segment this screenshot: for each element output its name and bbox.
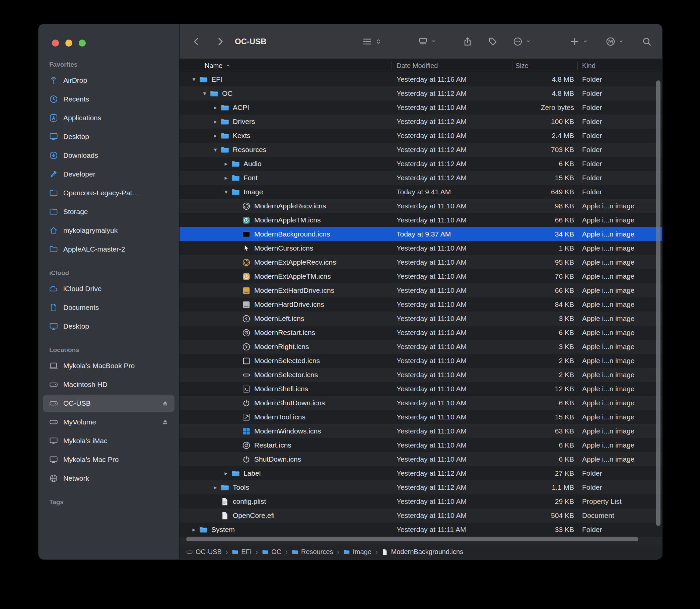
sidebar-section-label: Tags [38,497,179,507]
disclosure-open-icon[interactable]: ▾ [222,188,230,196]
sidebar-item-opencore-legacy-pat[interactable]: Opencore-Legacy-Pat... [43,184,175,202]
disclosure-closed-icon[interactable]: ▸ [222,470,230,477]
sidebar-item-recents[interactable]: Recents [43,90,175,108]
column-header-date-modified[interactable]: Date Modified [397,62,438,69]
disclosure-closed-icon[interactable]: ▸ [211,484,220,491]
table-row[interactable]: ModernShutDown.icnsYesterday at 11:10 AM… [179,396,662,410]
sidebar-item-storage[interactable]: Storage [43,203,175,221]
sidebar-item-macintosh-hd[interactable]: Macintosh HD [43,376,175,393]
forward-button[interactable] [215,36,225,47]
sidebar-item-icloud-drive[interactable]: iCloud Drive [43,280,175,297]
size-cell: 2 KB [491,371,574,379]
table-row[interactable]: ▾ImageToday at 9:41 AM649 KBFolder [179,185,662,199]
column-header-name[interactable]: Name [205,62,231,69]
eject-icon[interactable] [161,418,169,426]
table-row[interactable]: ▸AudioYesterday at 11:12 AM6 KBFolder [179,157,662,171]
table-row[interactable]: ▸FontYesterday at 11:12 AM15 KBFolder [179,171,662,185]
sidebar-item-desktop[interactable]: Desktop [43,317,175,335]
sidebar-item-mykola-s-imac[interactable]: Mykola’s iMac [43,432,175,450]
table-row[interactable]: ▾ResourcesYesterday at 11:12 AM703 KBFol… [179,143,662,157]
sidebar-item-oc-usb[interactable]: OC-USB [43,395,175,412]
table-row[interactable]: ModernSelector.icnsYesterday at 11:10 AM… [179,368,662,382]
table-row[interactable]: ▸ACPIYesterday at 11:10 AMZero bytesFold… [179,101,662,115]
sidebar-item-downloads[interactable]: Downloads [43,147,175,164]
table-row[interactable]: ModernRight.icnsYesterday at 11:10 AM3 K… [179,340,662,354]
sidebar-item-mykolagrymalyuk[interactable]: mykolagrymalyuk [43,222,175,239]
search-button[interactable] [642,36,652,47]
disclosure-open-icon[interactable]: ▾ [211,146,220,153]
disclosure-closed-icon[interactable]: ▸ [190,526,198,533]
sidebar-item-label: Downloads [63,152,98,159]
folder-sb-icon [48,188,59,198]
disclosure-closed-icon[interactable]: ▸ [222,174,230,181]
table-row[interactable]: ModernBackground.icnsToday at 9:37 AM34 … [179,227,662,241]
sidebar-item-developer[interactable]: Developer [43,166,175,183]
path-item-resources[interactable]: Resources [292,548,333,556]
table-row[interactable]: ▾EFIYesterday at 11:16 AM4.8 MBFolder [179,72,662,86]
table-row[interactable]: Restart.icnsYesterday at 11:10 AM6 KBApp… [179,438,662,452]
disclosure-open-icon[interactable]: ▾ [190,76,198,83]
sidebar-item-applealc-master-2[interactable]: AppleALC-master-2 [43,241,175,258]
table-row[interactable]: ModernExtAppleRecv.icnsYesterday at 11:1… [179,255,662,269]
disclosure-closed-icon[interactable]: ▸ [211,104,220,111]
column-header-kind[interactable]: Kind [582,62,595,69]
column-header-size[interactable]: Size [515,62,528,69]
new-item-button[interactable] [570,36,588,47]
size-cell: 98 KB [491,202,574,210]
horizontal-scrollbar[interactable] [186,537,638,541]
table-row[interactable]: ShutDown.icnsYesterday at 11:10 AM6 KBAp… [179,452,662,466]
table-row[interactable]: ModernLeft.icnsYesterday at 11:10 AM3 KB… [179,312,662,326]
table-row[interactable]: ▸LabelYesterday at 11:12 AM27 KBFolder [179,466,662,480]
group-options-button[interactable] [418,36,436,47]
table-row[interactable]: ModernRestart.icnsYesterday at 11:10 AM6… [179,326,662,340]
file-name: ModernShutDown.icns [254,399,325,407]
sidebar-item-airdrop[interactable]: AirDrop [43,72,175,89]
sidebar-item-applications[interactable]: Applications [43,109,175,127]
table-row[interactable]: ModernHardDrive.icnsYesterday at 11:10 A… [179,297,662,312]
sidebar-item-network[interactable]: Network [43,470,175,487]
tags-button[interactable] [488,36,498,47]
table-row[interactable]: ModernShell.icnsYesterday at 11:10 AM12 … [179,382,662,396]
size-cell: 66 KB [491,216,574,224]
sidebar-item-desktop[interactable]: Desktop [43,128,175,145]
path-item-oc[interactable]: OC [262,548,281,556]
back-button[interactable] [192,36,202,47]
table-row[interactable]: ModernExtHardDrive.icnsYesterday at 11:1… [179,283,662,297]
share-button[interactable] [462,36,473,47]
view-options-button[interactable] [362,36,382,47]
table-row[interactable]: ModernTool.icnsYesterday at 11:10 AM15 K… [179,410,662,424]
vertical-scrollbar[interactable] [656,81,661,526]
table-row[interactable]: OpenCore.efiYesterday at 11:10 AM504 KBD… [179,508,662,523]
table-row[interactable]: ModernExtAppleTM.icnsYesterday at 11:10 … [179,269,662,283]
table-row[interactable]: ModernAppleRecv.icnsYesterday at 11:10 A… [179,199,662,213]
table-row[interactable]: ▾OCYesterday at 11:12 AM4.8 MBFolder [179,86,662,101]
path-item-efi[interactable]: EFI [232,548,251,556]
table-row[interactable]: ▸KextsYesterday at 11:10 AM2.4 MBFolder [179,129,662,143]
table-row[interactable]: ▸SystemYesterday at 11:11 AM33 KBFolder [179,523,662,537]
table-row[interactable]: ModernCursor.icnsYesterday at 11:10 AM1 … [179,241,662,255]
table-row[interactable]: ▸DriversYesterday at 11:12 AM100 KBFolde… [179,115,662,129]
disclosure-closed-icon[interactable]: ▸ [211,118,220,125]
sidebar-item-mykola-s-mac-pro[interactable]: Mykola’s Mac Pro [43,451,175,468]
path-item-image[interactable]: Image [343,548,371,556]
eject-icon[interactable] [161,399,169,407]
disclosure-closed-icon[interactable]: ▸ [222,160,230,168]
path-item-oc-usb[interactable]: OC-USB [186,548,222,556]
sidebar-item-myvolume[interactable]: MyVolume [43,413,175,431]
table-row[interactable]: config.plistYesterday at 11:10 AM29 KBPr… [179,494,662,508]
sidebar-item-documents[interactable]: Documents [43,299,175,316]
date-modified-cell: Yesterday at 11:10 AM [397,498,467,505]
disclosure-closed-icon[interactable]: ▸ [211,132,220,139]
path-separator: › [256,548,258,556]
table-row[interactable]: ModernAppleTM.icnsYesterday at 11:10 AM6… [179,213,662,227]
table-row[interactable]: ▸ToolsYesterday at 11:12 AM1.1 MBFolder [179,480,662,494]
more-actions-button[interactable] [513,36,531,47]
table-row[interactable]: ModernWindows.icnsYesterday at 11:10 AM6… [179,424,662,438]
path-item-modernbackground-icns[interactable]: ModernBackground.icns [382,548,463,556]
account-button[interactable] [606,36,624,47]
globe-icon [48,474,59,483]
path-separator: › [226,548,228,556]
table-row[interactable]: ModernSelected.icnsYesterday at 11:10 AM… [179,354,662,368]
sidebar-item-mykola-s-macbook-pro[interactable]: Mykola’s MacBook Pro [43,357,175,375]
disclosure-open-icon[interactable]: ▾ [200,90,209,97]
